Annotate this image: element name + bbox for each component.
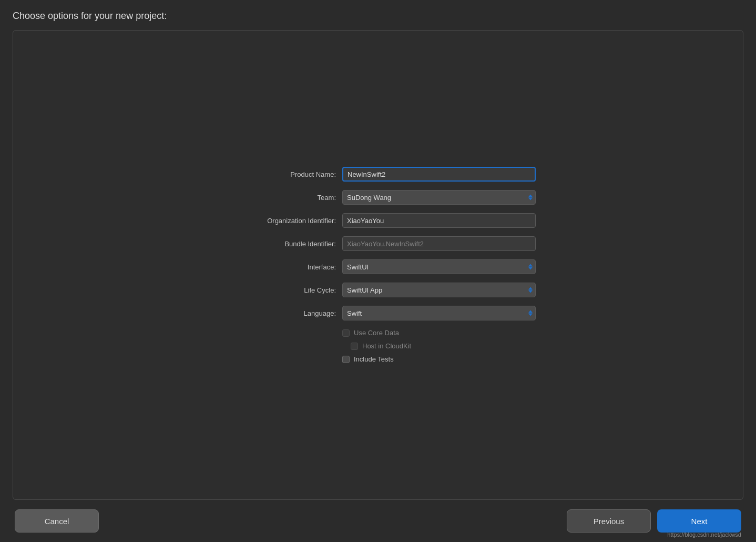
main-panel: Product Name: Team: SuDong Wang Organiza… xyxy=(13,30,743,500)
host-in-cloudkit-checkbox[interactable] xyxy=(351,343,358,350)
product-name-row: Product Name: xyxy=(220,167,536,182)
team-row: Team: SuDong Wang xyxy=(220,190,536,205)
cancel-button[interactable]: Cancel xyxy=(15,509,99,533)
lifecycle-row: Life Cycle: SwiftUI App xyxy=(220,283,536,297)
interface-select-wrapper: SwiftUI xyxy=(342,259,536,274)
include-tests-label: Include Tests xyxy=(354,355,394,363)
use-core-data-row: Use Core Data xyxy=(342,329,536,337)
include-tests-checkbox[interactable] xyxy=(342,356,350,363)
product-name-input[interactable] xyxy=(342,167,536,182)
interface-row: Interface: SwiftUI xyxy=(220,259,536,274)
org-identifier-label: Organization Identifier: xyxy=(220,217,336,225)
lifecycle-select[interactable]: SwiftUI App xyxy=(342,283,536,297)
interface-select[interactable]: SwiftUI xyxy=(342,259,536,274)
product-name-label: Product Name: xyxy=(220,170,336,178)
lifecycle-select-wrapper: SwiftUI App xyxy=(342,283,536,297)
host-in-cloudkit-label: Host in CloudKit xyxy=(362,342,411,350)
include-tests-row: Include Tests xyxy=(342,355,536,363)
bundle-identifier-label: Bundle Identifier: xyxy=(220,240,336,248)
interface-label: Interface: xyxy=(220,263,336,271)
bundle-identifier-row: Bundle Identifier: xyxy=(220,236,536,251)
language-row: Language: Swift xyxy=(220,306,536,320)
bottom-right: Previous Next xyxy=(567,509,741,533)
team-label: Team: xyxy=(220,194,336,202)
team-select[interactable]: SuDong Wang xyxy=(342,190,536,205)
language-label: Language: xyxy=(220,309,336,317)
form-container: Product Name: Team: SuDong Wang Organiza… xyxy=(220,167,536,363)
page-title: Choose options for your new project: xyxy=(13,11,743,22)
language-select[interactable]: Swift xyxy=(342,306,536,320)
use-core-data-label: Use Core Data xyxy=(354,329,399,337)
org-identifier-input[interactable] xyxy=(342,213,536,228)
host-in-cloudkit-row: Host in CloudKit xyxy=(342,342,536,350)
org-identifier-row: Organization Identifier: xyxy=(220,213,536,228)
bundle-identifier-input xyxy=(342,236,536,251)
checkboxes-section: Use Core Data Host in CloudKit Include T… xyxy=(220,329,536,363)
next-button[interactable]: Next xyxy=(657,509,741,533)
watermark: https://blog.csdn.net/jackwsd xyxy=(667,531,741,538)
previous-button[interactable]: Previous xyxy=(567,509,651,533)
bottom-bar: Cancel Previous Next https://blog.csdn.n… xyxy=(13,500,743,542)
team-select-wrapper: SuDong Wang xyxy=(342,190,536,205)
use-core-data-checkbox[interactable] xyxy=(342,329,350,337)
language-select-wrapper: Swift xyxy=(342,306,536,320)
lifecycle-label: Life Cycle: xyxy=(220,286,336,294)
